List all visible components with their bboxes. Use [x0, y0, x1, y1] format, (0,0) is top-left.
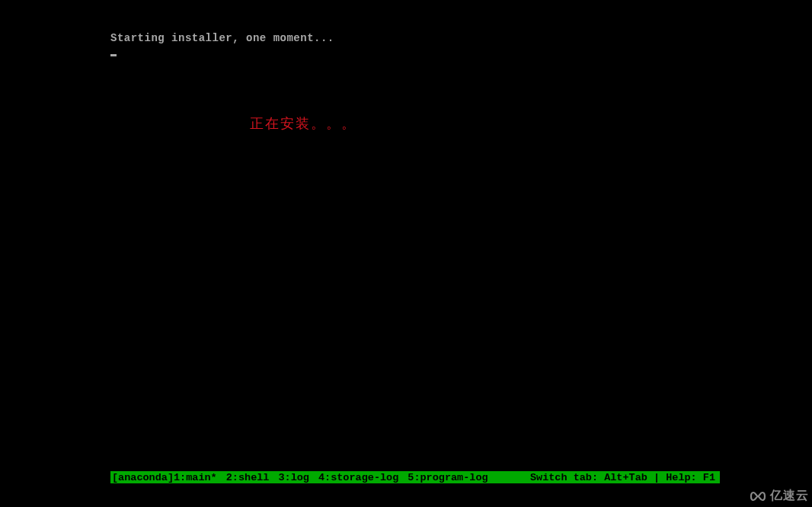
tab-main[interactable]: 1:main*: [174, 472, 217, 483]
cursor-icon: [110, 54, 117, 56]
watermark-text: 亿速云: [770, 488, 809, 504]
session-name: [anaconda]: [112, 472, 174, 483]
infinity-icon: [749, 489, 767, 503]
help-hint: Switch tab: Alt+Tab | Help: F1: [530, 472, 718, 483]
tmux-status-bar: [anaconda] 1:main* 2:shell 3:log 4:stora…: [110, 471, 720, 483]
installer-status-line: Starting installer, one moment...: [110, 32, 720, 44]
tab-shell[interactable]: 2:shell: [226, 472, 270, 483]
watermark: 亿速云: [749, 488, 809, 504]
tab-program-log[interactable]: 5:program-log: [408, 472, 488, 483]
tab-log[interactable]: 3:log: [278, 472, 309, 483]
cursor-line: [110, 47, 720, 59]
installing-annotation: 正在安装。。。: [250, 114, 356, 133]
terminal-output: Starting installer, one moment...: [110, 32, 720, 59]
tab-storage-log[interactable]: 4:storage-log: [318, 472, 398, 483]
